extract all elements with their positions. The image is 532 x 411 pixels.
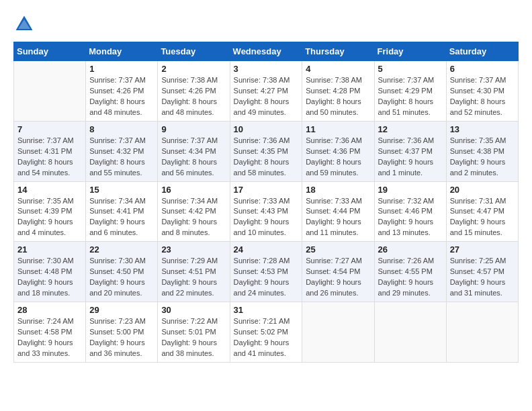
day-number: 18 xyxy=(306,185,370,195)
day-info: Sunrise: 7:28 AMSunset: 4:53 PMDaylight:… xyxy=(234,256,299,299)
day-number: 31 xyxy=(234,305,299,315)
day-number: 6 xyxy=(450,64,515,74)
day-number: 5 xyxy=(378,64,443,74)
calendar-day-cell: 21Sunrise: 7:30 AMSunset: 4:48 PMDayligh… xyxy=(14,242,86,302)
day-number: 13 xyxy=(450,124,515,134)
calendar-day-cell: 18Sunrise: 7:33 AMSunset: 4:44 PMDayligh… xyxy=(302,181,374,242)
day-info: Sunrise: 7:37 AMSunset: 4:26 PMDaylight:… xyxy=(89,75,154,118)
day-number: 2 xyxy=(161,64,226,74)
day-number: 3 xyxy=(234,64,299,74)
calendar-day-cell xyxy=(302,302,374,363)
calendar-col-header: Sunday xyxy=(14,42,86,61)
calendar-day-cell: 20Sunrise: 7:31 AMSunset: 4:47 PMDayligh… xyxy=(446,181,518,242)
day-number: 14 xyxy=(17,185,82,195)
day-info: Sunrise: 7:26 AMSunset: 4:55 PMDaylight:… xyxy=(378,256,443,299)
day-info: Sunrise: 7:30 AMSunset: 4:48 PMDaylight:… xyxy=(17,256,82,299)
calendar-day-cell: 13Sunrise: 7:35 AMSunset: 4:38 PMDayligh… xyxy=(446,121,518,181)
day-info: Sunrise: 7:35 AMSunset: 4:39 PMDaylight:… xyxy=(17,196,82,239)
day-info: Sunrise: 7:22 AMSunset: 5:01 PMDaylight:… xyxy=(161,316,226,359)
day-number: 28 xyxy=(17,305,82,315)
calendar-day-cell: 29Sunrise: 7:23 AMSunset: 5:00 PMDayligh… xyxy=(86,302,158,363)
day-number: 11 xyxy=(306,124,370,134)
calendar-week-row: 14Sunrise: 7:35 AMSunset: 4:39 PMDayligh… xyxy=(14,181,519,242)
day-number: 29 xyxy=(89,305,154,315)
calendar-week-row: 7Sunrise: 7:37 AMSunset: 4:31 PMDaylight… xyxy=(14,121,519,181)
day-info: Sunrise: 7:32 AMSunset: 4:46 PMDaylight:… xyxy=(378,196,443,239)
day-number: 10 xyxy=(234,124,299,134)
calendar-day-cell xyxy=(374,302,446,363)
day-number: 4 xyxy=(306,64,370,74)
calendar-day-cell: 22Sunrise: 7:30 AMSunset: 4:50 PMDayligh… xyxy=(86,242,158,302)
day-info: Sunrise: 7:37 AMSunset: 4:29 PMDaylight:… xyxy=(378,75,443,118)
calendar-day-cell xyxy=(14,61,86,122)
day-number: 22 xyxy=(89,244,154,255)
day-number: 19 xyxy=(378,185,443,195)
logo-icon xyxy=(13,13,35,35)
day-number: 16 xyxy=(161,185,226,195)
day-info: Sunrise: 7:35 AMSunset: 4:38 PMDaylight:… xyxy=(450,136,515,179)
calendar-col-header: Friday xyxy=(374,42,446,61)
day-info: Sunrise: 7:30 AMSunset: 4:50 PMDaylight:… xyxy=(89,256,154,299)
day-number: 17 xyxy=(234,185,299,195)
page-header xyxy=(13,13,519,35)
calendar-day-cell: 12Sunrise: 7:36 AMSunset: 4:37 PMDayligh… xyxy=(374,121,446,181)
calendar-day-cell: 31Sunrise: 7:21 AMSunset: 5:02 PMDayligh… xyxy=(230,302,302,363)
day-info: Sunrise: 7:34 AMSunset: 4:42 PMDaylight:… xyxy=(161,196,226,239)
day-info: Sunrise: 7:24 AMSunset: 4:58 PMDaylight:… xyxy=(17,316,82,359)
day-info: Sunrise: 7:37 AMSunset: 4:34 PMDaylight:… xyxy=(161,136,226,179)
day-number: 25 xyxy=(306,244,370,255)
calendar-col-header: Monday xyxy=(86,42,158,61)
day-number: 9 xyxy=(161,124,226,134)
calendar-day-cell: 4Sunrise: 7:38 AMSunset: 4:28 PMDaylight… xyxy=(302,61,374,122)
calendar-day-cell: 9Sunrise: 7:37 AMSunset: 4:34 PMDaylight… xyxy=(158,121,230,181)
calendar-day-cell: 30Sunrise: 7:22 AMSunset: 5:01 PMDayligh… xyxy=(158,302,230,363)
day-info: Sunrise: 7:33 AMSunset: 4:43 PMDaylight:… xyxy=(234,196,299,239)
calendar-table: SundayMondayTuesdayWednesdayThursdayFrid… xyxy=(13,42,519,363)
day-info: Sunrise: 7:37 AMSunset: 4:32 PMDaylight:… xyxy=(89,136,154,179)
calendar-header-row: SundayMondayTuesdayWednesdayThursdayFrid… xyxy=(14,42,519,61)
calendar-day-cell: 24Sunrise: 7:28 AMSunset: 4:53 PMDayligh… xyxy=(230,242,302,302)
calendar-day-cell: 14Sunrise: 7:35 AMSunset: 4:39 PMDayligh… xyxy=(14,181,86,242)
day-number: 20 xyxy=(450,185,515,195)
day-number: 15 xyxy=(89,185,154,195)
calendar-day-cell: 3Sunrise: 7:38 AMSunset: 4:27 PMDaylight… xyxy=(230,61,302,122)
calendar-day-cell: 15Sunrise: 7:34 AMSunset: 4:41 PMDayligh… xyxy=(86,181,158,242)
calendar-col-header: Tuesday xyxy=(158,42,230,61)
day-number: 26 xyxy=(378,244,443,255)
calendar-day-cell: 23Sunrise: 7:29 AMSunset: 4:51 PMDayligh… xyxy=(158,242,230,302)
day-info: Sunrise: 7:36 AMSunset: 4:37 PMDaylight:… xyxy=(378,136,443,179)
calendar-day-cell: 2Sunrise: 7:38 AMSunset: 4:26 PMDaylight… xyxy=(158,61,230,122)
day-number: 8 xyxy=(89,124,154,134)
day-info: Sunrise: 7:38 AMSunset: 4:27 PMDaylight:… xyxy=(234,75,299,118)
calendar-week-row: 1Sunrise: 7:37 AMSunset: 4:26 PMDaylight… xyxy=(14,61,519,122)
calendar-day-cell: 19Sunrise: 7:32 AMSunset: 4:46 PMDayligh… xyxy=(374,181,446,242)
calendar-day-cell: 5Sunrise: 7:37 AMSunset: 4:29 PMDaylight… xyxy=(374,61,446,122)
day-info: Sunrise: 7:36 AMSunset: 4:36 PMDaylight:… xyxy=(306,136,370,179)
day-number: 21 xyxy=(17,244,82,255)
calendar-week-row: 28Sunrise: 7:24 AMSunset: 4:58 PMDayligh… xyxy=(14,302,519,363)
day-info: Sunrise: 7:27 AMSunset: 4:54 PMDaylight:… xyxy=(306,256,370,299)
day-info: Sunrise: 7:34 AMSunset: 4:41 PMDaylight:… xyxy=(89,196,154,239)
day-number: 30 xyxy=(161,305,226,315)
day-info: Sunrise: 7:38 AMSunset: 4:26 PMDaylight:… xyxy=(161,75,226,118)
calendar-day-cell: 6Sunrise: 7:37 AMSunset: 4:30 PMDaylight… xyxy=(446,61,518,122)
logo xyxy=(13,13,38,35)
day-info: Sunrise: 7:29 AMSunset: 4:51 PMDaylight:… xyxy=(161,256,226,299)
calendar-col-header: Thursday xyxy=(302,42,374,61)
calendar-day-cell xyxy=(446,302,518,363)
day-info: Sunrise: 7:25 AMSunset: 4:57 PMDaylight:… xyxy=(450,256,515,299)
calendar-day-cell: 11Sunrise: 7:36 AMSunset: 4:36 PMDayligh… xyxy=(302,121,374,181)
calendar-day-cell: 10Sunrise: 7:36 AMSunset: 4:35 PMDayligh… xyxy=(230,121,302,181)
calendar-day-cell: 7Sunrise: 7:37 AMSunset: 4:31 PMDaylight… xyxy=(14,121,86,181)
day-info: Sunrise: 7:31 AMSunset: 4:47 PMDaylight:… xyxy=(450,196,515,239)
day-info: Sunrise: 7:21 AMSunset: 5:02 PMDaylight:… xyxy=(234,316,299,359)
day-number: 24 xyxy=(234,244,299,255)
day-info: Sunrise: 7:23 AMSunset: 5:00 PMDaylight:… xyxy=(89,316,154,359)
calendar-day-cell: 27Sunrise: 7:25 AMSunset: 4:57 PMDayligh… xyxy=(446,242,518,302)
day-info: Sunrise: 7:37 AMSunset: 4:30 PMDaylight:… xyxy=(450,75,515,118)
day-info: Sunrise: 7:33 AMSunset: 4:44 PMDaylight:… xyxy=(306,196,370,239)
calendar-day-cell: 26Sunrise: 7:26 AMSunset: 4:55 PMDayligh… xyxy=(374,242,446,302)
day-info: Sunrise: 7:37 AMSunset: 4:31 PMDaylight:… xyxy=(17,136,82,179)
calendar-col-header: Wednesday xyxy=(230,42,302,61)
calendar-week-row: 21Sunrise: 7:30 AMSunset: 4:48 PMDayligh… xyxy=(14,242,519,302)
